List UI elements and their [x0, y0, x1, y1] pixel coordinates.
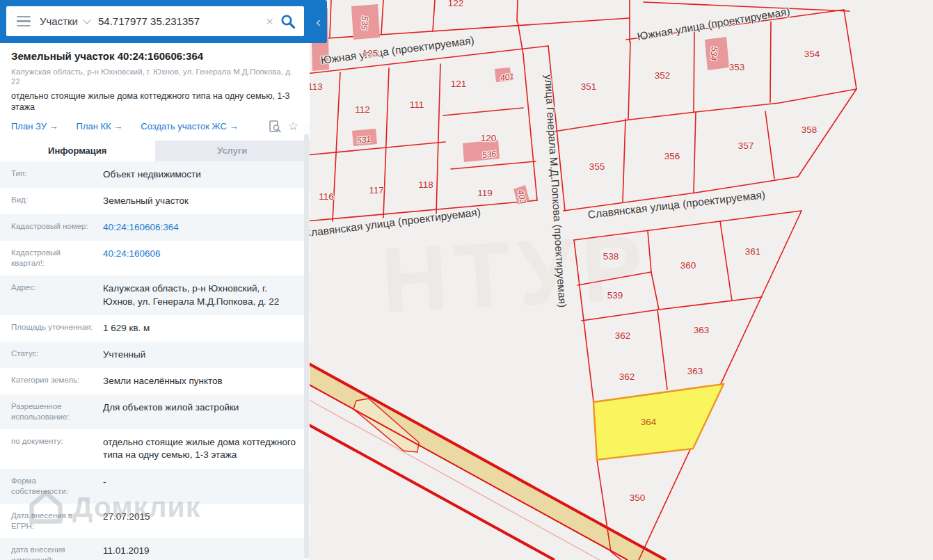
- table-row: Кадастровый номер:40:24:160606:364: [0, 214, 310, 241]
- favorite-star-icon[interactable]: ☆: [288, 120, 298, 132]
- parcel-number: 117: [369, 185, 384, 195]
- table-row: Разрешенное использование:Для объектов ж…: [0, 394, 310, 429]
- row-value: 27.07.2015: [103, 511, 298, 531]
- row-value: 11.01.2019: [103, 545, 298, 560]
- parcel-number: 120: [481, 133, 497, 143]
- search-icon[interactable]: [280, 14, 296, 29]
- parcel-number: 363: [687, 366, 703, 376]
- row-label: Форма собственности:: [11, 476, 103, 497]
- doc-search-icon[interactable]: [269, 120, 281, 133]
- building-number: 401: [500, 72, 515, 83]
- search-category-select[interactable]: Участки: [40, 15, 78, 27]
- parcel-number: 360: [680, 260, 696, 271]
- row-value-link[interactable]: 40:24:160606:364: [103, 221, 298, 234]
- table-row: Категория земель:Земли населённых пункто…: [0, 368, 310, 394]
- parcel-number: 350: [630, 493, 646, 503]
- selected-parcel[interactable]: [593, 384, 724, 460]
- row-label: Дата внесения в ЕГРН:: [11, 511, 103, 531]
- search-header: Участки ×: [0, 0, 310, 43]
- parcel-number: 119: [477, 188, 493, 198]
- tab-bar: Информация Услуги: [0, 141, 310, 161]
- parcel-number: 353: [729, 62, 745, 72]
- parcel-number: 355: [589, 161, 605, 172]
- tab-services[interactable]: Услуги: [155, 141, 310, 161]
- plan-zu-link[interactable]: План ЗУ →: [11, 121, 58, 131]
- search-box: Участки ×: [6, 6, 304, 36]
- parcel-number: 539: [607, 290, 623, 301]
- parcel-number: 358: [802, 125, 818, 135]
- parcel-number: 356: [664, 151, 680, 161]
- parcel-number: 363: [694, 325, 710, 335]
- summary-icons: ☆: [269, 120, 298, 133]
- table-row: Кадастровый квартал!:40:24:160606: [0, 241, 310, 275]
- table-row: Адрес:Калужская область, р-н Юхновский, …: [0, 275, 310, 314]
- parcel-number: 111: [410, 99, 424, 110]
- sidebar-scrollbar[interactable]: [304, 126, 309, 560]
- table-row: по документу:отдельно стоящие жилые дома…: [0, 429, 310, 468]
- parcel-number: 361: [745, 246, 761, 257]
- parcel-number: 121: [451, 79, 467, 89]
- building-number: 531: [356, 134, 372, 145]
- building-number: 534: [708, 46, 719, 61]
- row-label: Адрес:: [11, 282, 103, 307]
- row-label: Разрешенное использование:: [11, 401, 103, 422]
- parcel-number: 112: [355, 104, 370, 115]
- map-watermark: НТУР: [378, 214, 652, 333]
- page-title: Земельный участок 40:24:160606:364: [11, 50, 298, 62]
- parcel-number: 113: [308, 81, 323, 92]
- row-label: Кадастровый номер:: [11, 221, 103, 234]
- row-label: Кадастровый квартал!:: [11, 248, 103, 269]
- parcel-number: 125: [362, 48, 378, 58]
- row-label: Тип:: [11, 168, 103, 181]
- parcel-number: 351: [581, 81, 597, 92]
- table-row: Статус:Учтенный: [0, 342, 310, 368]
- row-value: Калужская область, р-н Юхновский, г. Юхн…: [103, 282, 298, 307]
- parcel-number: 122: [448, 0, 464, 8]
- menu-icon[interactable]: [17, 16, 31, 27]
- table-row: Дата внесения в ЕГРН:27.07.2015: [0, 504, 310, 538]
- row-label: Категория земель:: [11, 375, 103, 387]
- row-value: Учтенный: [103, 349, 298, 361]
- table-row: Площадь уточненная:1 629 кв. м: [0, 315, 310, 342]
- object-description: отдельно стоящие жилые дома коттеджного …: [11, 90, 298, 113]
- object-summary: Земельный участок 40:24:160606:364 Калуж…: [0, 43, 310, 133]
- selected-parcel-number: 364: [641, 417, 657, 427]
- row-value: Для объектов жилой застройки: [103, 401, 298, 422]
- search-input[interactable]: [97, 15, 263, 28]
- row-value: отдельно стоящие жилые дома коттеджного …: [103, 436, 298, 461]
- row-value: Объект недвижимости: [103, 168, 298, 181]
- clear-search-icon[interactable]: ×: [266, 15, 273, 28]
- create-parcel-link[interactable]: Создать участок ЖС →: [141, 121, 238, 131]
- row-label: по документу:: [11, 436, 103, 461]
- info-sidebar: Участки × Земельный участок 40:24:160606…: [0, 0, 310, 560]
- parcel-number: 362: [615, 330, 631, 341]
- building-number: 536: [481, 149, 497, 160]
- building-number: 535: [359, 16, 369, 31]
- tab-information[interactable]: Информация: [0, 141, 155, 161]
- parcel-number: 118: [418, 179, 433, 190]
- chevron-down-icon[interactable]: [83, 16, 90, 24]
- row-label: дата внесения изменений:: [11, 545, 103, 560]
- info-table: Тип:Объект недвижимостиВид:Земельный уча…: [0, 161, 310, 560]
- row-value: Земельный участок: [103, 195, 298, 207]
- table-row: Тип:Объект недвижимости: [0, 161, 310, 188]
- parcel-number: 116: [319, 191, 334, 202]
- object-address-subtitle: Калужская область, р-н Юхновский, г. Юхн…: [11, 67, 298, 87]
- parcel-number: 362: [619, 371, 635, 382]
- table-row: Вид:Земельный участок: [0, 188, 310, 214]
- row-value: 1 629 кв. м: [103, 322, 298, 335]
- row-value: Земли населённых пунктов: [103, 375, 298, 387]
- row-value: -: [103, 476, 298, 497]
- row-label: Площадь уточненная:: [11, 322, 103, 335]
- parcel-number: 352: [655, 70, 671, 81]
- row-label: Статус:: [11, 349, 103, 361]
- collapse-sidebar-button[interactable]: ‹: [310, 0, 327, 43]
- parcel-number: 357: [738, 141, 754, 151]
- action-links: План ЗУ → План КК → Создать участок ЖС →…: [11, 120, 298, 133]
- row-label: Вид:: [11, 195, 103, 207]
- plan-kk-link[interactable]: План КК →: [77, 121, 123, 131]
- row-value-link[interactable]: 40:24:160606: [103, 248, 298, 269]
- parcel-number: 354: [804, 49, 820, 59]
- table-row: дата внесения изменений:11.01.2019: [0, 538, 310, 560]
- scrollbar-thumb[interactable]: [304, 134, 309, 559]
